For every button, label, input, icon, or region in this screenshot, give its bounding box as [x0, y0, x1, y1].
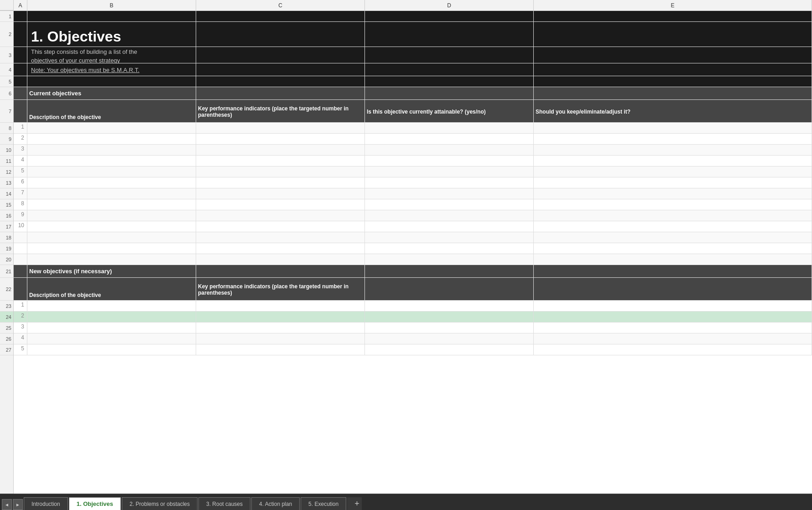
cell-8-a[interactable]: 1 — [14, 123, 27, 133]
cell-9-b[interactable] — [27, 134, 196, 144]
cell-24-d[interactable] — [365, 312, 534, 322]
cell-13-b[interactable] — [27, 177, 196, 188]
cell-1-e[interactable] — [534, 11, 812, 21]
cell-17-c[interactable] — [196, 221, 365, 232]
cell-13-d[interactable] — [365, 177, 534, 188]
cell-18-b[interactable] — [27, 232, 196, 243]
cell-4-e[interactable] — [534, 63, 812, 76]
cell-13-e[interactable] — [534, 177, 812, 188]
cell-24-c[interactable] — [196, 312, 365, 322]
cell-23-e[interactable] — [534, 301, 812, 311]
cell-27-c[interactable] — [196, 344, 365, 355]
cell-23-d[interactable] — [365, 301, 534, 311]
cell-12-c[interactable] — [196, 167, 365, 177]
cell-20-b[interactable] — [27, 254, 196, 265]
cell-24-e[interactable] — [534, 312, 812, 322]
cell-26-e[interactable] — [534, 333, 812, 344]
cell-8-b[interactable] — [27, 123, 196, 133]
tab-nav-prev[interactable]: ◄ — [2, 499, 12, 510]
cell-3-d[interactable] — [365, 47, 534, 63]
cell-13-a[interactable]: 6 — [14, 177, 27, 188]
cell-10-b[interactable] — [27, 145, 196, 155]
cell-6-b[interactable]: Current objectives — [27, 87, 196, 99]
cell-4-a[interactable] — [14, 63, 27, 76]
cell-5-e[interactable] — [534, 76, 812, 87]
cell-3-e[interactable] — [534, 47, 812, 63]
cell-16-a[interactable]: 9 — [14, 210, 27, 221]
cell-25-c[interactable] — [196, 323, 365, 333]
cell-7-e[interactable]: Should you keep/eliminate/adjust it? — [534, 100, 812, 122]
cell-4-b[interactable]: Note: Your objectives must be S.M.A.R.T. — [27, 63, 196, 76]
cell-5-c[interactable] — [196, 76, 365, 87]
cell-2-e[interactable] — [534, 22, 812, 47]
cell-10-c[interactable] — [196, 145, 365, 155]
cell-2-d[interactable] — [365, 22, 534, 47]
cell-7-c[interactable]: Key performance indicators (place the ta… — [196, 100, 365, 122]
cell-8-d[interactable] — [365, 123, 534, 133]
cell-18-c[interactable] — [196, 232, 365, 243]
cell-21-c[interactable] — [196, 265, 365, 277]
cell-24-b[interactable] — [27, 312, 196, 322]
cell-5-a[interactable] — [14, 76, 27, 87]
tab-introduction[interactable]: Introduction — [24, 497, 68, 510]
cell-9-a[interactable]: 2 — [14, 134, 27, 144]
cell-26-c[interactable] — [196, 333, 365, 344]
cell-11-e[interactable] — [534, 156, 812, 166]
cell-2-c[interactable] — [196, 22, 365, 47]
cell-9-e[interactable] — [534, 134, 812, 144]
cell-24-a[interactable]: 2 — [14, 312, 27, 322]
cell-22-c[interactable]: Key performance indicators (place the ta… — [196, 278, 365, 300]
cell-21-d[interactable] — [365, 265, 534, 277]
cell-25-b[interactable] — [27, 323, 196, 333]
cell-23-a[interactable]: 1 — [14, 301, 27, 311]
cell-2-a[interactable] — [14, 22, 27, 47]
cell-23-c[interactable] — [196, 301, 365, 311]
cell-18-a[interactable] — [14, 232, 27, 243]
cell-20-e[interactable] — [534, 254, 812, 265]
cell-10-a[interactable]: 3 — [14, 145, 27, 155]
cell-17-b[interactable] — [27, 221, 196, 232]
cell-12-a[interactable]: 5 — [14, 167, 27, 177]
cell-27-a[interactable]: 5 — [14, 344, 27, 355]
cell-15-e[interactable] — [534, 199, 812, 210]
cell-25-d[interactable] — [365, 323, 534, 333]
cell-6-a[interactable] — [14, 87, 27, 99]
cell-1-b[interactable] — [27, 11, 196, 21]
cell-22-a[interactable] — [14, 278, 27, 300]
cell-3-a[interactable] — [14, 47, 27, 63]
cell-6-c[interactable] — [196, 87, 365, 99]
cell-14-d[interactable] — [365, 188, 534, 199]
cell-23-b[interactable] — [27, 301, 196, 311]
cell-1-a[interactable] — [14, 11, 27, 21]
cell-5-d[interactable] — [365, 76, 534, 87]
cell-27-b[interactable] — [27, 344, 196, 355]
cell-18-d[interactable] — [365, 232, 534, 243]
cell-17-d[interactable] — [365, 221, 534, 232]
cell-5-b[interactable] — [27, 76, 196, 87]
cell-15-d[interactable] — [365, 199, 534, 210]
cell-15-a[interactable]: 8 — [14, 199, 27, 210]
cell-19-b[interactable] — [27, 243, 196, 254]
cell-11-d[interactable] — [365, 156, 534, 166]
cell-20-a[interactable] — [14, 254, 27, 265]
cell-11-a[interactable]: 4 — [14, 156, 27, 166]
cell-6-d[interactable] — [365, 87, 534, 99]
cell-22-e[interactable] — [534, 278, 812, 300]
cell-7-a[interactable] — [14, 100, 27, 122]
cell-27-d[interactable] — [365, 344, 534, 355]
cell-11-c[interactable] — [196, 156, 365, 166]
cell-7-d[interactable]: Is this objective currently attainable? … — [365, 100, 534, 122]
cell-14-b[interactable] — [27, 188, 196, 199]
cell-9-d[interactable] — [365, 134, 534, 144]
tab-add[interactable]: + — [347, 497, 362, 510]
cell-12-d[interactable] — [365, 167, 534, 177]
cell-11-b[interactable] — [27, 156, 196, 166]
cell-16-c[interactable] — [196, 210, 365, 221]
cell-27-e[interactable] — [534, 344, 812, 355]
cell-19-d[interactable] — [365, 243, 534, 254]
cell-15-b[interactable] — [27, 199, 196, 210]
cell-14-c[interactable] — [196, 188, 365, 199]
cell-6-e[interactable] — [534, 87, 812, 99]
cell-10-d[interactable] — [365, 145, 534, 155]
cell-21-b[interactable]: New objectives (if necessary) — [27, 265, 196, 277]
